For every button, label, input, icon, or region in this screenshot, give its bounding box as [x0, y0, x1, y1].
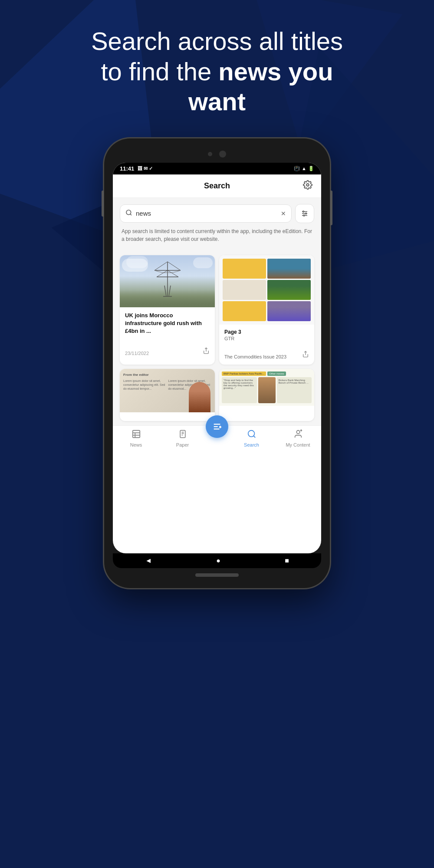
- home-button[interactable]: ●: [216, 557, 220, 565]
- phone-device: 11:41 🖼 ✉ ✓ 📳 ▲ 🔋 Search: [104, 138, 330, 588]
- status-right: 📳 ▲ 🔋: [294, 166, 314, 171]
- magazine-pub: GTR: [224, 336, 309, 341]
- wifi-icon: ▲: [302, 166, 306, 171]
- magazine-extra: The Commodities Issue 2023: [224, 354, 286, 359]
- search-input-wrap[interactable]: news ✕: [120, 204, 292, 223]
- svg-rect-26: [132, 431, 140, 438]
- mag-cell-image1: [267, 259, 311, 279]
- editorial-image: From the editor Lorem ipsum dolor sit am…: [120, 369, 215, 412]
- settings-button[interactable]: [303, 180, 312, 191]
- search-nav-icon: [247, 429, 256, 441]
- search-query: news: [136, 210, 277, 217]
- tower-svg: [150, 260, 185, 299]
- svg-point-6: [303, 211, 304, 212]
- article-card[interactable]: UK joins Morocco infrastructure gold rus…: [120, 255, 215, 365]
- commodities-card[interactable]: BNP Paribas bolsters Asia Pacific... Oth…: [219, 369, 314, 421]
- editorial-card[interactable]: From the editor Lorem ipsum dolor sit am…: [120, 369, 215, 421]
- mag-cell-3: [223, 280, 266, 300]
- mycontent-label: My Content: [286, 442, 310, 447]
- app-title: Search: [204, 181, 230, 191]
- search-icon: [125, 209, 132, 218]
- home-indicator: [113, 568, 321, 579]
- recent-button[interactable]: ■: [285, 557, 289, 565]
- nav-news[interactable]: News: [113, 429, 159, 447]
- status-time: 11:41: [120, 165, 134, 172]
- fab-button[interactable]: [206, 415, 228, 438]
- news-icon: [132, 429, 141, 441]
- mag-cell-image2: [267, 280, 311, 300]
- magazine-page: Page 3: [224, 329, 309, 335]
- app-header: Search: [113, 174, 321, 198]
- vibrate-icon: 📳: [294, 166, 300, 171]
- magazine-image: [219, 255, 314, 325]
- nav-mycontent[interactable]: My Content: [275, 429, 321, 447]
- clear-search-button[interactable]: ✕: [281, 210, 286, 217]
- svg-line-12: [155, 262, 168, 270]
- svg-point-0: [306, 184, 309, 187]
- nav-search[interactable]: Search: [228, 429, 275, 447]
- status-bar: 11:41 🖼 ✉ ✓ 📳 ▲ 🔋: [113, 163, 321, 174]
- magazine-card-footer: The Commodities Issue 2023: [219, 347, 314, 365]
- mycontent-icon: [293, 429, 303, 441]
- news-label: News: [130, 442, 142, 447]
- home-bar: [195, 573, 239, 577]
- svg-line-18: [169, 286, 171, 296]
- article-date: 23/11/2022: [125, 351, 149, 356]
- svg-line-2: [130, 214, 132, 215]
- svg-point-7: [306, 213, 307, 214]
- svg-point-34: [248, 431, 254, 437]
- results-grid: UK joins Morocco infrastructure gold rus…: [113, 251, 321, 425]
- filter-button[interactable]: [295, 204, 314, 223]
- mag-cell-yellow: [223, 301, 266, 321]
- svg-point-1: [126, 210, 131, 215]
- status-left: 11:41 🖼 ✉ ✓: [120, 165, 153, 172]
- article-card-footer: 23/11/2022: [120, 344, 215, 361]
- phone-system-nav: ◄ ● ■: [113, 553, 321, 568]
- phone-top-bar: [113, 147, 321, 163]
- front-camera: [219, 151, 226, 158]
- magazine-card-content: Page 3 GTR: [219, 325, 314, 347]
- volume-button: [102, 191, 104, 217]
- svg-line-17: [164, 286, 166, 296]
- search-nav-label: Search: [244, 442, 259, 447]
- status-icons: 🖼 ✉ ✓: [138, 166, 153, 171]
- bottom-navigation: News Paper: [113, 425, 321, 453]
- search-area: news ✕ App search is l: [113, 198, 321, 251]
- article-title: UK joins Morocco infrastructure gold rus…: [125, 312, 210, 335]
- editorial-person: [189, 382, 210, 412]
- nav-paper[interactable]: Paper: [159, 429, 206, 447]
- mag-cell-1: [223, 259, 266, 279]
- phone-wrapper: 11:41 🖼 ✉ ✓ 📳 ▲ 🔋 Search: [0, 134, 434, 588]
- speaker: [208, 152, 212, 156]
- mag-cell-image3: [267, 301, 311, 321]
- power-lines-image: [120, 255, 215, 307]
- headline-section: Search across all titles to find the new…: [0, 0, 434, 134]
- magazine-share-button[interactable]: [302, 351, 309, 359]
- search-notice: App search is limited to content current…: [120, 223, 314, 245]
- magazine-card[interactable]: Page 3 GTR The Commodities Issue 2023: [219, 255, 314, 365]
- article-card-content: UK joins Morocco infrastructure gold rus…: [120, 307, 215, 344]
- svg-point-36: [296, 431, 299, 434]
- battery-icon: 🔋: [308, 166, 314, 171]
- svg-line-13: [168, 262, 181, 270]
- power-button: [330, 191, 332, 225]
- headline-text: Search across all titles to find the new…: [26, 26, 408, 117]
- back-button[interactable]: ◄: [145, 557, 152, 565]
- article-share-button[interactable]: [203, 347, 210, 356]
- phone-screen: 11:41 🖼 ✉ ✓ 📳 ▲ 🔋 Search: [113, 163, 321, 553]
- paper-icon: [178, 429, 187, 441]
- svg-point-8: [303, 215, 305, 216]
- search-row: news ✕: [120, 204, 314, 223]
- svg-line-35: [253, 436, 255, 437]
- paper-label: Paper: [176, 442, 189, 447]
